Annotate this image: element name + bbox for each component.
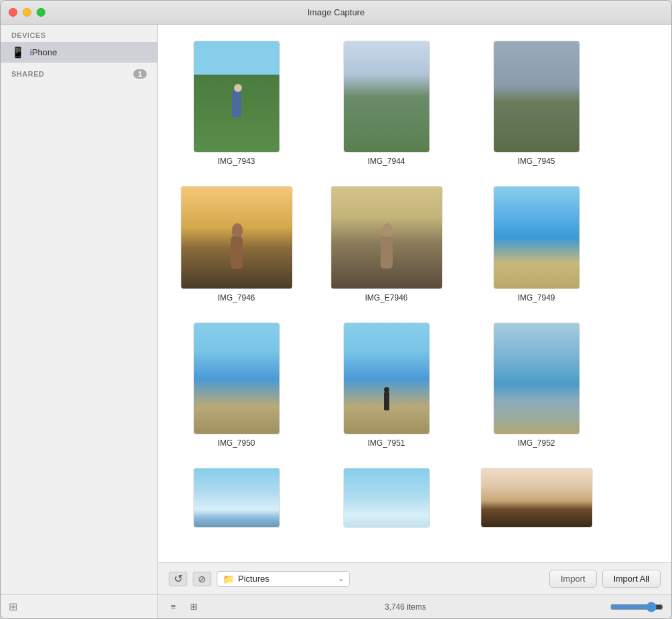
minimize-button[interactable] bbox=[23, 8, 31, 17]
status-bar: ≡ ⊞ 3,746 items bbox=[158, 594, 671, 618]
photo-item-img7953[interactable] bbox=[178, 468, 295, 528]
chevron-down-icon: ⌄ bbox=[338, 574, 344, 583]
photo-thumb-img7944 bbox=[343, 41, 430, 153]
photo-item-img7944[interactable]: IMG_7944 bbox=[328, 41, 445, 166]
sidebar-item-iphone[interactable]: 📱 iPhone bbox=[1, 42, 157, 63]
photo-item-img7946[interactable]: IMG_7946 bbox=[178, 186, 295, 303]
photo-thumb-img7950 bbox=[193, 322, 280, 434]
photo-item-img7955[interactable] bbox=[478, 468, 595, 528]
sidebar-bottom: ⊞ bbox=[1, 594, 157, 618]
photo-item-img7943[interactable]: IMG_7943 bbox=[178, 41, 295, 166]
app-window: Image Capture DEVICES 📱 iPhone SHARED 1 … bbox=[0, 0, 672, 619]
iphone-icon: 📱 bbox=[11, 46, 25, 59]
shared-section-row: SHARED 1 bbox=[1, 63, 157, 81]
photo-label-img7949: IMG_7949 bbox=[517, 293, 555, 303]
photo-grid: IMG_7943 IMG_7944 IMG_7945 bbox=[178, 41, 651, 528]
zoom-slider[interactable] bbox=[610, 602, 663, 612]
import-all-button[interactable]: Import All bbox=[602, 570, 661, 588]
photo-thumb-img7945 bbox=[493, 41, 580, 153]
rotate-button[interactable]: ↺ bbox=[169, 572, 187, 586]
photo-grid-container[interactable]: IMG_7943 IMG_7944 IMG_7945 bbox=[158, 25, 671, 562]
photo-label-img7945: IMG_7945 bbox=[517, 157, 555, 166]
photo-item-img7951[interactable]: IMG_7951 bbox=[328, 322, 445, 448]
item-count: 3,746 items bbox=[385, 602, 426, 612]
list-view-button[interactable]: ≡ bbox=[166, 601, 181, 613]
photo-label-img7951: IMG_7951 bbox=[367, 438, 405, 448]
photo-item-img7954[interactable] bbox=[328, 468, 445, 528]
photo-label-img7943: IMG_7943 bbox=[217, 157, 255, 166]
destination-selector[interactable]: 📁 Pictures ⌄ bbox=[217, 571, 350, 587]
grid-view-button[interactable]: ⊞ bbox=[186, 601, 201, 613]
shared-count-badge: 1 bbox=[133, 69, 147, 79]
photo-thumb-img7943 bbox=[193, 41, 280, 153]
photo-thumb-img7951 bbox=[343, 322, 430, 434]
titlebar: Image Capture bbox=[1, 1, 671, 25]
window-title: Image Capture bbox=[307, 7, 365, 17]
import-button[interactable]: Import bbox=[549, 570, 597, 588]
photo-thumb-img7946 bbox=[181, 186, 293, 289]
photo-item-img7950[interactable]: IMG_7950 bbox=[178, 322, 295, 448]
grid-view-icon: ⊞ bbox=[190, 602, 197, 612]
photo-item-img7952[interactable]: IMG_7952 bbox=[478, 322, 595, 448]
folder-icon: 📁 bbox=[223, 574, 234, 584]
photo-label-imge7946: IMG_E7946 bbox=[365, 293, 407, 303]
content-area: IMG_7943 IMG_7944 IMG_7945 bbox=[158, 25, 671, 618]
photo-thumb-imge7946 bbox=[331, 186, 443, 289]
photo-label-img7950: IMG_7950 bbox=[217, 438, 255, 448]
shared-section-header: SHARED bbox=[11, 70, 44, 78]
close-button[interactable] bbox=[9, 8, 17, 17]
destination-label: Pictures bbox=[238, 574, 334, 584]
traffic-lights bbox=[9, 8, 45, 17]
delete-icon: ⊘ bbox=[198, 574, 206, 584]
main-layout: DEVICES 📱 iPhone SHARED 1 ⊞ bbox=[1, 25, 671, 618]
delete-button[interactable]: ⊘ bbox=[193, 572, 211, 586]
zoom-slider-container bbox=[610, 602, 663, 612]
photo-item-imge7946[interactable]: IMG_E7946 bbox=[328, 186, 445, 303]
photo-label-img7952: IMG_7952 bbox=[517, 438, 555, 448]
photo-thumb-img7955 bbox=[481, 468, 593, 528]
photo-label-img7946: IMG_7946 bbox=[217, 293, 255, 303]
photo-thumb-img7954 bbox=[343, 468, 430, 528]
sidebar: DEVICES 📱 iPhone SHARED 1 ⊞ bbox=[1, 25, 158, 618]
photo-label-img7944: IMG_7944 bbox=[367, 157, 405, 166]
photo-item-img7949[interactable]: IMG_7949 bbox=[478, 186, 595, 303]
rotate-icon: ↺ bbox=[174, 572, 183, 585]
bottom-toolbar: ↺ ⊘ 📁 Pictures ⌄ Import Import All bbox=[158, 562, 671, 594]
list-view-icon: ≡ bbox=[171, 602, 176, 612]
photo-thumb-img7953 bbox=[193, 468, 280, 528]
photo-thumb-img7952 bbox=[493, 322, 580, 434]
devices-section-header: DEVICES bbox=[1, 25, 157, 42]
iphone-label: iPhone bbox=[30, 47, 57, 57]
photos-library-icon[interactable]: ⊞ bbox=[9, 601, 17, 612]
photo-thumb-img7949 bbox=[493, 186, 580, 289]
maximize-button[interactable] bbox=[37, 8, 45, 17]
photo-item-img7945[interactable]: IMG_7945 bbox=[478, 41, 595, 166]
